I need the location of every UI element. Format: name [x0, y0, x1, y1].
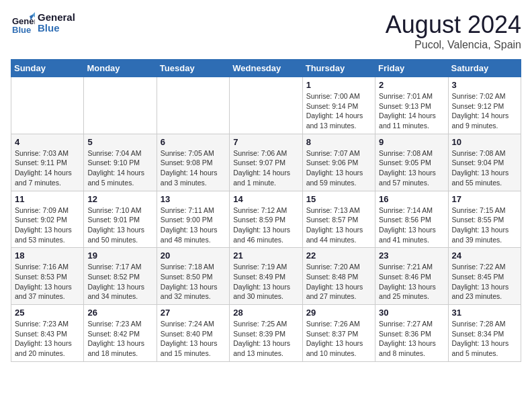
calendar-cell: 30Sunrise: 7:27 AM Sunset: 8:36 PM Dayli…: [375, 305, 448, 362]
logo-line1: General: [38, 12, 75, 24]
day-number: 27: [161, 308, 226, 318]
subtitle: Pucol, Valencia, Spain: [386, 39, 521, 51]
calendar-cell: [230, 77, 302, 134]
day-info: Sunrise: 7:05 AM Sunset: 9:08 PM Dayligh…: [161, 148, 226, 188]
day-number: 10: [452, 137, 517, 147]
calendar-week-row: 4Sunrise: 7:03 AM Sunset: 9:11 PM Daylig…: [11, 134, 521, 191]
calendar-cell: 4Sunrise: 7:03 AM Sunset: 9:11 PM Daylig…: [11, 134, 84, 191]
calendar-cell: 20Sunrise: 7:18 AM Sunset: 8:50 PM Dayli…: [157, 248, 229, 305]
calendar-week-row: 1Sunrise: 7:00 AM Sunset: 9:14 PM Daylig…: [11, 77, 521, 134]
calendar-cell: 14Sunrise: 7:12 AM Sunset: 8:59 PM Dayli…: [230, 191, 302, 248]
day-info: Sunrise: 7:01 AM Sunset: 9:13 PM Dayligh…: [379, 91, 444, 131]
calendar-table: SundayMondayTuesdayWednesdayThursdayFrid…: [11, 59, 521, 362]
day-number: 22: [306, 250, 371, 261]
day-number: 31: [452, 308, 517, 318]
calendar-cell: 19Sunrise: 7:17 AM Sunset: 8:52 PM Dayli…: [84, 248, 157, 305]
day-info: Sunrise: 7:07 AM Sunset: 9:06 PM Dayligh…: [306, 148, 371, 188]
calendar-cell: 9Sunrise: 7:08 AM Sunset: 9:05 PM Daylig…: [375, 134, 448, 191]
calendar-cell: 3Sunrise: 7:02 AM Sunset: 9:12 PM Daylig…: [448, 77, 521, 134]
page-header: General Blue General Blue August 2024 Pu…: [11, 11, 521, 51]
day-info: Sunrise: 7:28 AM Sunset: 8:34 PM Dayligh…: [452, 319, 517, 359]
day-info: Sunrise: 7:17 AM Sunset: 8:52 PM Dayligh…: [87, 262, 152, 302]
day-number: 12: [87, 194, 152, 204]
day-number: 26: [87, 308, 152, 318]
day-info: Sunrise: 7:26 AM Sunset: 8:37 PM Dayligh…: [306, 319, 371, 359]
day-info: Sunrise: 7:21 AM Sunset: 8:46 PM Dayligh…: [379, 262, 444, 302]
day-number: 14: [233, 194, 298, 204]
weekday-header: Tuesday: [157, 60, 229, 77]
day-info: Sunrise: 7:09 AM Sunset: 9:02 PM Dayligh…: [15, 205, 80, 245]
day-number: 15: [306, 194, 371, 204]
day-info: Sunrise: 7:15 AM Sunset: 8:55 PM Dayligh…: [452, 205, 517, 245]
calendar-cell: 22Sunrise: 7:20 AM Sunset: 8:48 PM Dayli…: [302, 248, 375, 305]
day-number: 19: [87, 250, 152, 261]
day-info: Sunrise: 7:10 AM Sunset: 9:01 PM Dayligh…: [87, 205, 152, 245]
svg-text:Blue: Blue: [12, 25, 31, 35]
calendar-week-row: 11Sunrise: 7:09 AM Sunset: 9:02 PM Dayli…: [11, 191, 521, 248]
calendar-cell: 6Sunrise: 7:05 AM Sunset: 9:08 PM Daylig…: [157, 134, 229, 191]
logo-icon: General Blue: [11, 11, 35, 35]
calendar-week-row: 18Sunrise: 7:16 AM Sunset: 8:53 PM Dayli…: [11, 248, 521, 305]
day-info: Sunrise: 7:25 AM Sunset: 8:39 PM Dayligh…: [233, 319, 298, 359]
day-number: 8: [306, 137, 371, 147]
day-info: Sunrise: 7:13 AM Sunset: 8:57 PM Dayligh…: [306, 205, 371, 245]
day-number: 7: [233, 137, 298, 147]
calendar-cell: 1Sunrise: 7:00 AM Sunset: 9:14 PM Daylig…: [302, 77, 375, 134]
day-info: Sunrise: 7:08 AM Sunset: 9:04 PM Dayligh…: [452, 148, 517, 188]
day-info: Sunrise: 7:14 AM Sunset: 8:56 PM Dayligh…: [379, 205, 444, 245]
day-info: Sunrise: 7:23 AM Sunset: 8:43 PM Dayligh…: [15, 319, 80, 359]
calendar-cell: 28Sunrise: 7:25 AM Sunset: 8:39 PM Dayli…: [230, 305, 302, 362]
calendar-cell: 15Sunrise: 7:13 AM Sunset: 8:57 PM Dayli…: [302, 191, 375, 248]
day-number: 21: [233, 250, 298, 261]
day-number: 1: [306, 80, 371, 90]
day-info: Sunrise: 7:03 AM Sunset: 9:11 PM Dayligh…: [15, 148, 80, 188]
calendar-cell: 12Sunrise: 7:10 AM Sunset: 9:01 PM Dayli…: [84, 191, 157, 248]
day-info: Sunrise: 7:06 AM Sunset: 9:07 PM Dayligh…: [233, 148, 298, 188]
calendar-cell: 7Sunrise: 7:06 AM Sunset: 9:07 PM Daylig…: [230, 134, 302, 191]
logo-line2: Blue: [38, 23, 75, 34]
day-number: 6: [161, 137, 226, 147]
day-number: 4: [15, 137, 80, 147]
calendar-cell: 10Sunrise: 7:08 AM Sunset: 9:04 PM Dayli…: [448, 134, 521, 191]
day-info: Sunrise: 7:23 AM Sunset: 8:42 PM Dayligh…: [87, 319, 152, 359]
calendar-cell: [11, 77, 84, 134]
day-number: 5: [87, 137, 152, 147]
day-number: 20: [161, 250, 226, 261]
calendar-cell: 8Sunrise: 7:07 AM Sunset: 9:06 PM Daylig…: [302, 134, 375, 191]
logo: General Blue General Blue: [11, 11, 75, 35]
day-info: Sunrise: 7:11 AM Sunset: 9:00 PM Dayligh…: [161, 205, 226, 245]
day-info: Sunrise: 7:18 AM Sunset: 8:50 PM Dayligh…: [161, 262, 226, 302]
weekday-header: Saturday: [448, 60, 521, 77]
weekday-header: Friday: [375, 60, 448, 77]
day-number: 28: [233, 308, 298, 318]
calendar-cell: [157, 77, 229, 134]
weekday-header: Sunday: [11, 60, 84, 77]
weekday-header: Monday: [84, 60, 157, 77]
day-info: Sunrise: 7:27 AM Sunset: 8:36 PM Dayligh…: [379, 319, 444, 359]
day-info: Sunrise: 7:00 AM Sunset: 9:14 PM Dayligh…: [306, 91, 371, 131]
day-info: Sunrise: 7:02 AM Sunset: 9:12 PM Dayligh…: [452, 91, 517, 131]
calendar-cell: 29Sunrise: 7:26 AM Sunset: 8:37 PM Dayli…: [302, 305, 375, 362]
day-info: Sunrise: 7:24 AM Sunset: 8:40 PM Dayligh…: [161, 319, 226, 359]
calendar-cell: 24Sunrise: 7:22 AM Sunset: 8:45 PM Dayli…: [448, 248, 521, 305]
title-block: August 2024 Pucol, Valencia, Spain: [386, 11, 521, 51]
calendar-cell: 31Sunrise: 7:28 AM Sunset: 8:34 PM Dayli…: [448, 305, 521, 362]
weekday-header: Wednesday: [230, 60, 302, 77]
day-info: Sunrise: 7:04 AM Sunset: 9:10 PM Dayligh…: [87, 148, 152, 188]
day-info: Sunrise: 7:19 AM Sunset: 8:49 PM Dayligh…: [233, 262, 298, 302]
calendar-header: SundayMondayTuesdayWednesdayThursdayFrid…: [11, 60, 521, 77]
day-number: 16: [379, 194, 444, 204]
day-number: 13: [161, 194, 226, 204]
calendar-cell: 18Sunrise: 7:16 AM Sunset: 8:53 PM Dayli…: [11, 248, 84, 305]
calendar-cell: 5Sunrise: 7:04 AM Sunset: 9:10 PM Daylig…: [84, 134, 157, 191]
main-title: August 2024: [386, 11, 521, 39]
day-number: 30: [379, 308, 444, 318]
day-info: Sunrise: 7:20 AM Sunset: 8:48 PM Dayligh…: [306, 262, 371, 302]
day-number: 18: [15, 250, 80, 261]
day-info: Sunrise: 7:16 AM Sunset: 8:53 PM Dayligh…: [15, 262, 80, 302]
day-number: 11: [15, 194, 80, 204]
calendar-cell: 23Sunrise: 7:21 AM Sunset: 8:46 PM Dayli…: [375, 248, 448, 305]
day-number: 23: [379, 250, 444, 261]
calendar-cell: 16Sunrise: 7:14 AM Sunset: 8:56 PM Dayli…: [375, 191, 448, 248]
calendar-cell: [84, 77, 157, 134]
